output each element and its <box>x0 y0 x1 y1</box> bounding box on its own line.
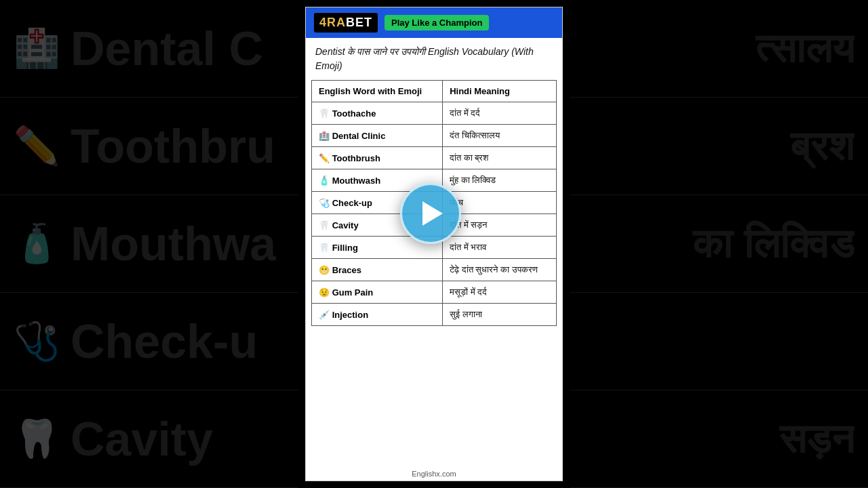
center-card: 4RABET Play Like a Champion Dentist के प… <box>305 7 563 481</box>
table-cell-english: ✏️ Toothbrush <box>312 147 443 169</box>
ad-banner[interactable]: 4RABET Play Like a Champion <box>306 7 562 38</box>
table-cell-english: 🏥 Dental Clinic <box>312 125 443 147</box>
ad-logo: 4RABET <box>314 13 378 33</box>
col-header-hindi: Hindi Meaning <box>443 81 557 102</box>
table-cell-hindi: दांत का ब्रश <box>443 147 557 169</box>
row-emoji: 😬 <box>319 265 330 275</box>
table-row: ✏️ Toothbrushदांत का ब्रश <box>312 147 557 169</box>
table-cell-english: 🦷 Toothache <box>312 102 443 125</box>
row-emoji: 🏥 <box>319 131 330 141</box>
col-header-english: English Word with Emoji <box>312 81 443 102</box>
table-cell-hindi: सुई लगाना <box>443 304 557 326</box>
table-cell-hindi: दांत में दर्द <box>443 102 557 125</box>
right-overlay <box>570 0 868 488</box>
left-overlay <box>0 0 298 488</box>
ad-logo-text: 4RA <box>319 16 346 29</box>
table-cell-english: 💉 Injection <box>312 304 443 326</box>
table-row: 😟 Gum Painमसूड़ों में दर्द <box>312 281 557 304</box>
table-cell-hindi: टेढ़े दांत सुधारने का उपकरण <box>443 259 557 281</box>
row-word: Braces <box>332 265 361 275</box>
row-emoji: 😟 <box>319 287 330 298</box>
row-word: Gum Pain <box>332 287 374 298</box>
card-footer: Englishx.com <box>306 467 562 481</box>
row-emoji: 🦷 <box>319 108 330 119</box>
ad-logo-bet: BET <box>346 16 372 29</box>
row-word: Dental Clinic <box>332 131 386 141</box>
play-button[interactable] <box>400 183 461 244</box>
row-word: Filling <box>332 243 358 253</box>
table-row: 😬 Bracesटेढ़े दांत सुधारने का उपकरण <box>312 259 557 281</box>
table-cell-hindi: दंत चिकित्सालय <box>443 125 557 147</box>
table-row: 💉 Injectionसुई लगाना <box>312 304 557 326</box>
play-circle[interactable] <box>400 183 461 244</box>
row-emoji: 🧴 <box>319 176 330 186</box>
row-word: Check-up <box>332 198 372 208</box>
table-wrapper: English Word with Emoji Hindi Meaning 🦷 … <box>306 80 562 467</box>
row-word: Toothache <box>332 108 376 119</box>
table-cell-english: 😬 Braces <box>312 259 443 281</box>
row-emoji: 💉 <box>319 310 330 320</box>
row-word: Injection <box>332 310 368 320</box>
row-emoji: 🦷 <box>319 243 330 253</box>
row-word: Toothbrush <box>332 153 380 163</box>
row-word: Cavity <box>332 220 359 230</box>
table-row: 🦷 Toothacheदांत में दर्द <box>312 102 557 125</box>
ad-tagline[interactable]: Play Like a Champion <box>384 15 489 30</box>
card-title: Dentist के पास जाने पर उपयोगी English Vo… <box>306 38 562 80</box>
row-emoji: 🦷 <box>319 220 330 230</box>
row-emoji: 🩺 <box>319 198 330 208</box>
row-word: Mouthwash <box>332 176 381 186</box>
table-row: 🏥 Dental Clinicदंत चिकित्सालय <box>312 125 557 147</box>
table-cell-english: 😟 Gum Pain <box>312 281 443 304</box>
play-triangle-icon <box>422 201 443 226</box>
table-cell-hindi: मसूड़ों में दर्द <box>443 281 557 304</box>
row-emoji: ✏️ <box>319 153 330 163</box>
